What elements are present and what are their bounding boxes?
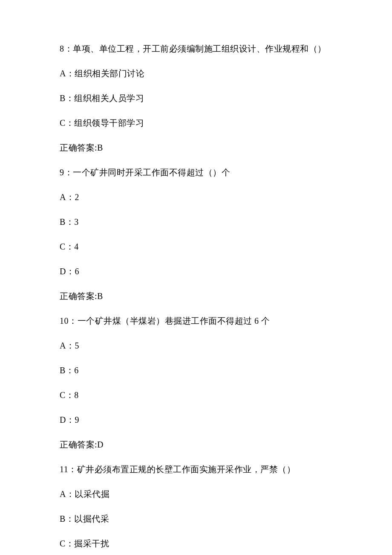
option: A：以采代掘 <box>60 488 332 500</box>
option: A：2 <box>60 191 332 203</box>
option: C：组织领导干部学习 <box>60 117 332 129</box>
option: D：6 <box>60 265 332 277</box>
answer-line: 正确答案:D <box>60 439 332 450</box>
option: A：组织相关部门讨论 <box>60 67 332 79</box>
option: C：掘采干扰 <box>60 538 332 549</box>
question-stem: 11：矿井必须布置正规的长壁工作面实施开采作业，严禁（） <box>60 463 332 475</box>
option: C：4 <box>60 241 332 253</box>
option: A：5 <box>60 340 332 352</box>
question-stem: 8：单项、单位工程，开工前必须编制施工组织设计、作业规程和（） <box>60 43 332 55</box>
option: B：3 <box>60 216 332 228</box>
option: B：6 <box>60 364 332 376</box>
option: C：8 <box>60 389 332 401</box>
document-body: 8：单项、单位工程，开工前必须编制施工组织设计、作业规程和（） A：组织相关部门… <box>60 43 332 549</box>
answer-line: 正确答案:B <box>60 290 332 302</box>
option: B：以掘代采 <box>60 513 332 525</box>
question-stem: 9：一个矿井同时开采工作面不得超过（）个 <box>60 166 332 178</box>
option: D：9 <box>60 414 332 426</box>
option: B：组织相关人员学习 <box>60 92 332 104</box>
question-stem: 10：一个矿井煤（半煤岩）巷掘进工作面不得超过 6 个 <box>60 315 332 327</box>
answer-line: 正确答案:B <box>60 142 332 154</box>
